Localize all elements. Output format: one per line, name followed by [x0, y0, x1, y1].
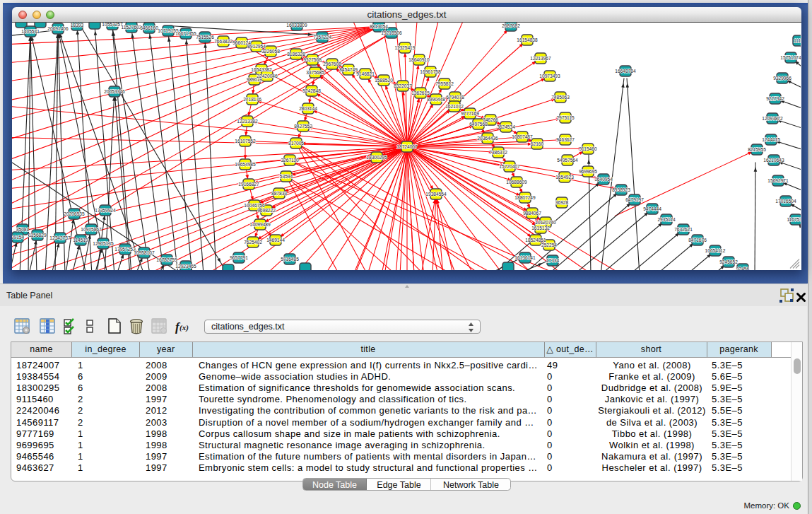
svg-text:16543382: 16543382 [251, 67, 272, 72]
svg-text:18724007: 18724007 [396, 144, 418, 149]
svg-text:2967608: 2967608 [323, 62, 341, 66]
svg-text:20206535: 20206535 [64, 211, 85, 216]
svg-text:54957564: 54957564 [557, 158, 578, 163]
svg-text:7625402: 7625402 [244, 240, 262, 245]
svg-text:16961758: 16961758 [420, 69, 441, 74]
svg-text:8215955: 8215955 [748, 147, 766, 152]
svg-text:9146821: 9146821 [356, 71, 375, 76]
svg-text:10975867: 10975867 [81, 227, 102, 232]
svg-text:8322037: 8322037 [394, 83, 412, 88]
svg-text:10973493: 10973493 [539, 74, 560, 78]
svg-text:7632621: 7632621 [674, 227, 693, 232]
svg-text:1362615: 1362615 [411, 90, 430, 95]
svg-text:5716485: 5716485 [281, 257, 299, 262]
svg-text:17016504: 17016504 [775, 199, 796, 204]
svg-text:252254: 252254 [541, 243, 557, 247]
svg-text:9657791: 9657791 [230, 255, 248, 260]
svg-text:16782759: 16782759 [156, 257, 177, 262]
svg-text:1112: 1112 [794, 38, 801, 43]
svg-text:14099489: 14099489 [249, 222, 271, 227]
svg-text:16210643: 16210643 [763, 158, 784, 163]
svg-text:3267110: 3267110 [281, 158, 299, 163]
svg-text:8938923: 8938923 [612, 187, 630, 192]
svg-text:2975115: 2975115 [556, 115, 575, 120]
svg-text:20053346: 20053346 [104, 89, 125, 94]
svg-text:19384554: 19384554 [425, 192, 447, 197]
svg-text:1654923: 1654923 [555, 175, 574, 180]
svg-text:11325419: 11325419 [395, 45, 416, 50]
svg-text:53594: 53594 [280, 174, 293, 179]
svg-text:9329966: 9329966 [773, 76, 792, 81]
svg-text:10807487: 10807487 [512, 134, 533, 139]
svg-text:92456: 92456 [736, 267, 750, 270]
svg-text:36928: 36928 [555, 200, 569, 205]
svg-text:3226058: 3226058 [261, 49, 280, 54]
svg-text:817005: 817005 [288, 141, 304, 146]
svg-text:1469144: 1469144 [266, 238, 285, 243]
svg-text:1167533: 1167533 [787, 217, 801, 222]
svg-text:1588520: 1588520 [375, 78, 393, 83]
svg-text:8912954: 8912954 [247, 44, 266, 49]
svg-text:8813054: 8813054 [370, 24, 388, 29]
svg-text:9115460: 9115460 [579, 146, 597, 151]
svg-text:17957253: 17957253 [114, 247, 136, 252]
svg-text:9245652: 9245652 [719, 259, 738, 264]
svg-text:6497568: 6497568 [469, 122, 488, 127]
svg-text:7663822: 7663822 [214, 39, 233, 44]
svg-text:6479197: 6479197 [625, 197, 644, 202]
svg-text:10120740: 10120740 [535, 220, 556, 225]
svg-text:15720407: 15720407 [499, 164, 520, 169]
svg-text:10553257: 10553257 [102, 23, 123, 27]
svg-text:10654112: 10654112 [705, 248, 726, 253]
svg-text:9327508: 9327508 [303, 57, 322, 62]
svg-text:1640954: 1640954 [594, 177, 613, 182]
svg-text:18524851: 18524851 [525, 238, 546, 243]
svg-text:12342737: 12342737 [49, 235, 71, 240]
svg-text:18640910: 18640910 [408, 57, 430, 62]
svg-text:1244415: 1244415 [762, 137, 780, 142]
svg-text:18393: 18393 [71, 23, 84, 28]
svg-text:20691406: 20691406 [47, 26, 69, 31]
svg-text:17359924: 17359924 [95, 208, 116, 213]
svg-text:8454749: 8454749 [339, 67, 358, 72]
svg-text:2718176: 2718176 [243, 97, 261, 102]
svg-text:7485063: 7485063 [551, 95, 570, 100]
svg-text:11527602: 11527602 [122, 25, 142, 30]
svg-text:1621072: 1621072 [445, 104, 464, 109]
svg-text:1156829: 1156829 [28, 233, 47, 238]
svg-text:19166827: 19166827 [238, 182, 259, 187]
svg-text:3375685: 3375685 [306, 70, 324, 75]
svg-text:19654985: 19654985 [235, 162, 256, 167]
svg-text:114519: 114519 [73, 238, 88, 243]
svg-text:9777169: 9777169 [461, 111, 479, 116]
svg-text:(x): (x) [180, 323, 189, 332]
svg-text:7357224: 7357224 [313, 35, 331, 40]
svg-text:2935114: 2935114 [657, 217, 676, 222]
svg-text:2803144: 2803144 [299, 106, 317, 111]
svg-text:9474444: 9474444 [643, 206, 661, 211]
svg-text:7386372: 7386372 [489, 150, 507, 155]
svg-text:7515526: 7515526 [196, 35, 214, 40]
svg-text:887833: 887833 [271, 191, 287, 196]
svg-text:6794078: 6794078 [446, 95, 464, 100]
svg-text:12093872: 12093872 [762, 116, 783, 121]
svg-text:1615132: 1615132 [531, 226, 550, 230]
svg-text:9242848: 9242848 [302, 88, 321, 93]
svg-text:16671355: 16671355 [175, 31, 196, 36]
svg-text:9463627: 9463627 [556, 137, 575, 142]
svg-text:15692971: 15692971 [767, 178, 789, 183]
svg-text:8990448: 8990448 [427, 97, 445, 102]
svg-text:9227342: 9227342 [766, 96, 784, 101]
svg-text:1405571: 1405571 [21, 29, 40, 34]
svg-text:22420046: 22420046 [257, 74, 278, 78]
svg-text:35081: 35081 [16, 227, 30, 232]
svg-text:746266: 746266 [483, 117, 498, 122]
svg-text:12923465: 12923465 [175, 264, 196, 269]
svg-text:62160: 62160 [531, 141, 544, 146]
svg-text:10688609: 10688609 [506, 180, 527, 185]
svg-text:12213382: 12213382 [237, 119, 258, 124]
svg-text:16154838: 16154838 [517, 37, 538, 42]
svg-text:8471676: 8471676 [688, 238, 707, 243]
svg-text:12213967: 12213967 [530, 56, 551, 61]
svg-text:16648784: 16648784 [615, 69, 636, 74]
